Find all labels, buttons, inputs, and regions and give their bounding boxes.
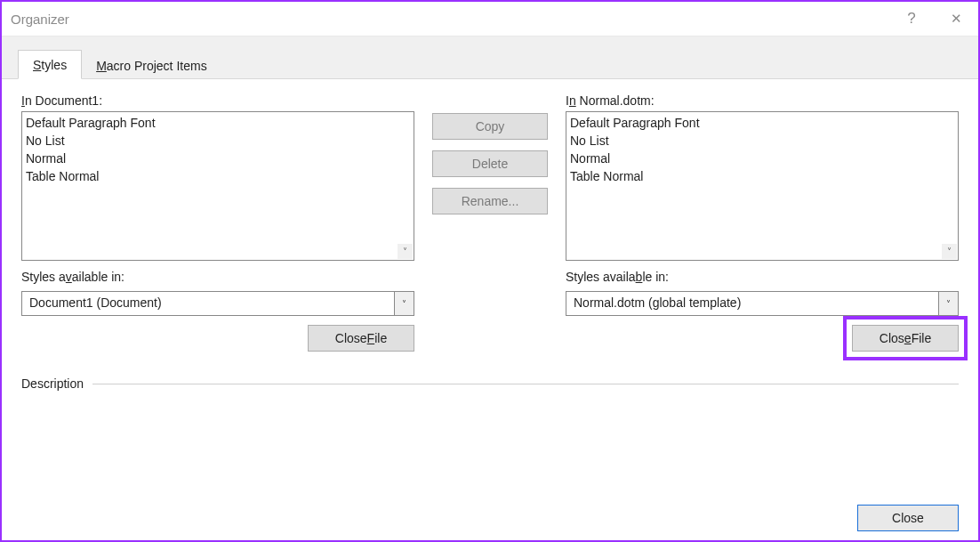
- tab-strip: Styles Macro Project Items: [2, 36, 978, 78]
- combo-value: Document1 (Document): [22, 292, 394, 315]
- combo-value: Normal.dotm (global template): [566, 292, 938, 315]
- list-item[interactable]: Table Normal: [26, 167, 410, 185]
- delete-button[interactable]: Delete: [432, 150, 548, 177]
- list-item[interactable]: Default Paragraph Font: [570, 114, 954, 132]
- organizer-dialog: Organizer ? ✕ Styles Macro Project Items…: [0, 0, 980, 542]
- chevron-down-icon[interactable]: ˅: [398, 244, 413, 259]
- titlebar: Organizer ? ✕: [2, 2, 978, 36]
- right-in-label: In Normal.dotm:: [566, 93, 959, 108]
- left-style-list[interactable]: Default Paragraph Font No List Normal Ta…: [21, 111, 414, 261]
- rename-button[interactable]: Rename...: [432, 188, 548, 214]
- list-item[interactable]: Table Normal: [570, 167, 954, 185]
- left-in-label: In Document1:: [21, 93, 414, 108]
- tab-macros-rest: acro Project Items: [107, 59, 207, 73]
- chevron-down-icon[interactable]: ˅: [942, 244, 957, 259]
- description-label: Description: [21, 376, 84, 391]
- list-item[interactable]: Normal: [570, 150, 954, 167]
- description-section: Description: [21, 376, 959, 391]
- list-item[interactable]: Normal: [26, 150, 410, 167]
- left-available-combo[interactable]: Document1 (Document) ˅: [21, 291, 414, 316]
- highlight-annotation: Close File: [843, 316, 968, 360]
- left-available-label: Styles available in:: [21, 270, 414, 284]
- close-button[interactable]: Close: [857, 505, 959, 531]
- dialog-footer: Close: [21, 496, 959, 531]
- divider: [92, 384, 959, 384]
- help-icon[interactable]: ?: [889, 2, 934, 36]
- list-item[interactable]: No List: [570, 132, 954, 150]
- copy-button[interactable]: Copy: [432, 113, 548, 140]
- right-close-file-button[interactable]: Close File: [852, 325, 959, 352]
- close-icon[interactable]: ✕: [934, 2, 978, 36]
- right-style-list[interactable]: Default Paragraph Font No List Normal Ta…: [566, 111, 959, 261]
- left-close-file-button[interactable]: Close File: [308, 325, 414, 352]
- window-title: Organizer: [11, 12, 69, 27]
- middle-buttons: Copy Delete Rename...: [432, 93, 548, 360]
- tab-macro-project-items[interactable]: Macro Project Items: [82, 52, 221, 79]
- right-available-combo[interactable]: Normal.dotm (global template) ˅: [566, 291, 959, 316]
- list-item[interactable]: No List: [26, 132, 410, 150]
- chevron-down-icon[interactable]: ˅: [938, 292, 958, 315]
- right-available-label: Styles available in:: [566, 270, 959, 284]
- chevron-down-icon[interactable]: ˅: [394, 292, 414, 315]
- right-pane: In Normal.dotm: Default Paragraph Font N…: [566, 93, 959, 360]
- tab-styles[interactable]: Styles: [18, 50, 82, 79]
- tab-styles-rest: tyles: [41, 58, 67, 72]
- left-pane: In Document1: Default Paragraph Font No …: [21, 93, 414, 360]
- list-item[interactable]: Default Paragraph Font: [26, 114, 410, 132]
- tab-content: In Document1: Default Paragraph Font No …: [2, 78, 978, 540]
